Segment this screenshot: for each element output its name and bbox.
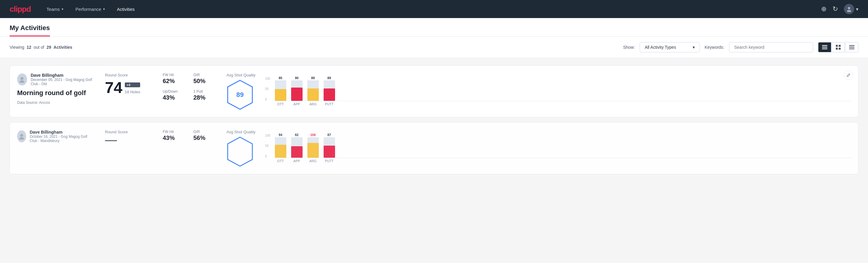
nav-performance-label: Performance bbox=[75, 7, 101, 12]
bar2-ott-fill bbox=[275, 145, 286, 158]
svg-point-13 bbox=[21, 77, 24, 80]
viewing-count: 12 bbox=[27, 45, 32, 50]
stat-1putt-value: 28% bbox=[193, 94, 217, 101]
x-label2-arg: ARG bbox=[307, 159, 319, 163]
page-header: My Activities bbox=[0, 18, 868, 37]
bar-arg-fill bbox=[307, 88, 319, 101]
bar2-arg-bg bbox=[307, 137, 319, 158]
score-dash bbox=[105, 140, 117, 141]
viewing-total: 29 bbox=[46, 45, 52, 50]
hexagon-score bbox=[226, 137, 253, 167]
bar-ott-value: 85 bbox=[279, 76, 282, 80]
stat-gir: GIR 56% bbox=[193, 130, 217, 141]
activity-card: Dave Billingham December 05, 2021 - Gog … bbox=[10, 65, 858, 117]
profile-chevron-icon: ▾ bbox=[856, 6, 858, 12]
viewing-suffix: Activities bbox=[54, 45, 72, 50]
svg-marker-18 bbox=[228, 137, 252, 166]
nav-teams-label: Teams bbox=[46, 7, 60, 12]
svg-rect-7 bbox=[836, 48, 838, 50]
nav-item-activities[interactable]: Activities bbox=[116, 7, 136, 12]
avatar bbox=[844, 4, 854, 14]
svg-point-17 bbox=[19, 137, 24, 140]
nav-icons: ⊕ ↻ ▾ bbox=[821, 4, 858, 14]
bar-putt: 89 bbox=[323, 76, 335, 101]
user-date: December 05, 2021 - Gog Magog Golf Club … bbox=[31, 78, 95, 86]
stat-gir-label: GIR bbox=[193, 130, 217, 134]
filter-bar: Viewing 12 out of 29 Activities Show: Al… bbox=[0, 37, 868, 58]
x-label2-ott: OTT bbox=[275, 159, 286, 163]
bar2-ott-value: 94 bbox=[279, 133, 282, 137]
nav-item-teams[interactable]: Teams ▾ bbox=[45, 7, 65, 12]
hex-score-value: 89 bbox=[237, 91, 244, 99]
bar2-app-fill bbox=[291, 146, 303, 157]
svg-rect-3 bbox=[822, 47, 828, 48]
stat-updown-label: Up/Down bbox=[163, 89, 186, 94]
bar2-ott: 94 bbox=[275, 133, 286, 158]
round-score-section: Round Score 74 +4 18 Holes bbox=[105, 73, 153, 110]
stats-section: FW Hit 62% GIR 50% Up/Down 43% 1 Putt 28… bbox=[163, 73, 217, 110]
bar2-app-value: 82 bbox=[295, 133, 298, 137]
y-label-0: 0 bbox=[265, 98, 270, 101]
score-display: 74 +4 18 Holes bbox=[105, 80, 153, 95]
x-label-app: APP bbox=[291, 102, 303, 106]
svg-point-14 bbox=[20, 80, 24, 83]
nav-item-performance[interactable]: Performance ▾ bbox=[74, 7, 106, 12]
viewing-prefix: Viewing bbox=[10, 45, 24, 50]
refresh-icon[interactable]: ↻ bbox=[833, 5, 838, 13]
svg-rect-9 bbox=[849, 45, 855, 46]
profile-menu[interactable]: ▾ bbox=[844, 4, 858, 14]
view-list-compact-button[interactable] bbox=[818, 42, 831, 52]
y-label-0-2: 0 bbox=[265, 155, 270, 158]
score-holes: 18 Holes bbox=[125, 90, 140, 94]
bar2-arg: 106 bbox=[307, 133, 319, 158]
y-label-100: 100 bbox=[265, 77, 270, 80]
bar-chart-container-2: 100 50 0 94 82 bbox=[263, 134, 851, 163]
viewing-count-text: Viewing 12 out of 29 Activities bbox=[10, 45, 618, 50]
logo[interactable]: clippd bbox=[10, 4, 31, 14]
search-input[interactable] bbox=[729, 42, 813, 52]
navbar: clippd Teams ▾ Performance ▾ Activities … bbox=[0, 0, 868, 18]
bar2-app: 82 bbox=[291, 133, 303, 158]
bar-app: 90 bbox=[291, 76, 303, 101]
data-source: Data Source: Arccos bbox=[17, 100, 95, 105]
svg-rect-6 bbox=[839, 45, 841, 47]
bar-ott: 85 bbox=[275, 76, 286, 101]
round-score-label: Round Score bbox=[105, 73, 153, 77]
avatar bbox=[17, 130, 26, 142]
add-icon[interactable]: ⊕ bbox=[821, 5, 827, 13]
bar-arg: 89 bbox=[307, 76, 319, 101]
bar-chart-container: 100 50 0 85 bbox=[263, 77, 851, 106]
user-date: October 16, 2021 - Gog Magog Golf Club -… bbox=[30, 135, 95, 143]
view-grid-button[interactable] bbox=[832, 42, 844, 52]
round-score-label: Round Score bbox=[105, 130, 153, 134]
stat-updown-value: 43% bbox=[163, 94, 186, 101]
user-name: Dave Billingham bbox=[31, 73, 95, 78]
stat-fw-hit: FW Hit 62% bbox=[163, 73, 186, 85]
x-label-arg: ARG bbox=[307, 102, 319, 106]
stat-fw-hit-value: 62% bbox=[163, 78, 186, 85]
activity-type-select[interactable]: All Activity Types ▾ bbox=[640, 42, 700, 52]
activity-type-value: All Activity Types bbox=[645, 45, 676, 50]
stat-gir: GIR 50% bbox=[193, 73, 217, 85]
score-badge: +4 bbox=[125, 83, 140, 87]
stat-fw-hit: FW Hit 43% bbox=[163, 130, 186, 141]
svg-rect-11 bbox=[849, 49, 855, 49]
bar2-ott-bg bbox=[275, 137, 286, 158]
svg-rect-2 bbox=[822, 45, 828, 46]
bar-arg-bg bbox=[307, 80, 319, 101]
stat-gir-value: 50% bbox=[193, 78, 217, 85]
round-score-section: Round Score bbox=[105, 130, 153, 167]
view-list-detail-button[interactable] bbox=[845, 42, 858, 52]
stat-fw-hit-label: FW Hit bbox=[163, 73, 186, 77]
bar2-arg-fill bbox=[307, 143, 319, 157]
view-toggle bbox=[818, 42, 858, 52]
svg-rect-10 bbox=[849, 47, 855, 48]
bar-ott-fill bbox=[275, 89, 286, 101]
show-label: Show: bbox=[623, 45, 635, 50]
stat-gir-value: 56% bbox=[193, 135, 217, 141]
bar-app-fill bbox=[291, 88, 303, 101]
stat-updown: Up/Down 43% bbox=[163, 89, 186, 101]
bar-putt-fill bbox=[323, 88, 335, 101]
bar-ott-bg bbox=[275, 80, 286, 101]
hexagon-score: 89 bbox=[226, 80, 253, 110]
